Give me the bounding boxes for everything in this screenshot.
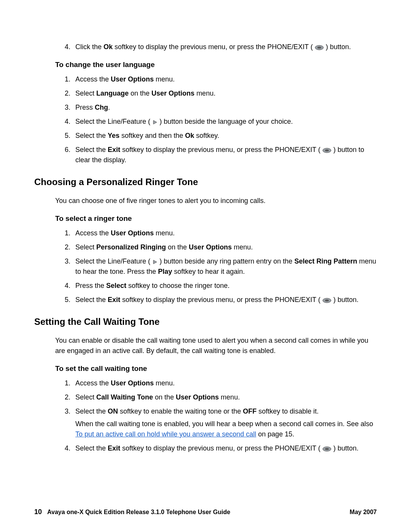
text-run: menu.: [219, 393, 240, 401]
list-item: Select the Line/Feature ( ) button besid…: [72, 256, 377, 277]
text-bold: Exit: [108, 296, 120, 304]
text-run: Access the: [75, 229, 111, 237]
phone-exit-icon: [315, 45, 324, 50]
heading-choosing-ringer-tone: Choosing a Personalized Ringer Tone: [34, 177, 377, 187]
text-run: menu.: [154, 379, 175, 387]
svg-marker-5: [153, 260, 157, 264]
text-run: Access the: [75, 75, 111, 83]
document-page: Click the Ok softkey to display the prev…: [0, 0, 411, 532]
text-run: .: [108, 104, 110, 111]
text-run: softkey to display the previous menu, or…: [120, 444, 320, 452]
text-run: menu.: [154, 75, 175, 83]
text-run: menu.: [194, 89, 215, 97]
text-run: softkey to disable it.: [256, 407, 319, 415]
text-run: softkey to display the previous menu, or…: [120, 296, 320, 304]
text-run: on page 15.: [256, 430, 294, 438]
list-item: Access the User Options menu.: [72, 228, 377, 238]
text-run: on the: [153, 393, 176, 401]
text-run: softkey.: [194, 132, 219, 139]
list-item: Press the Select softkey to choose the r…: [72, 281, 377, 291]
text-bold: ON: [108, 407, 118, 415]
paragraph: You can enable or disable the call waiti…: [55, 335, 377, 356]
text-run: When the call waiting tone is enabled, y…: [75, 420, 373, 428]
text-bold: User Options: [111, 75, 154, 83]
list-item: Select Personalized Ringing on the User …: [72, 242, 377, 252]
text-bold: User Options: [111, 379, 154, 387]
text-bold: Exit: [108, 146, 120, 153]
text-bold: Language: [96, 89, 129, 97]
text-run: ) button beside any ring pattern entry o…: [159, 257, 294, 265]
text-bold: Call Waiting Tone: [96, 393, 153, 401]
text-run: Select: [75, 243, 96, 251]
text-run: Select the Line/Feature (: [75, 257, 150, 265]
svg-point-4: [325, 150, 329, 152]
svg-marker-2: [153, 120, 157, 124]
text-bold: Ok: [104, 43, 113, 51]
list-item: Select the ON softkey to enable the wait…: [72, 406, 377, 439]
text-run: Select the: [75, 444, 108, 452]
subheading-select-ringer-tone: To select a ringer tone: [55, 214, 377, 223]
text-run: Select the: [75, 132, 108, 139]
text-run: ) button beside the language of your cho…: [159, 118, 293, 125]
svg-point-7: [325, 300, 329, 302]
list-item: Access the User Options menu.: [72, 74, 377, 85]
paragraph: You can choose one of five ringer tones …: [55, 196, 377, 206]
text-run: softkey to choose the ringer tone.: [126, 282, 229, 289]
subheading-set-call-waiting-tone: To set the call waiting tone: [55, 364, 377, 373]
text-run: Click the: [75, 43, 104, 51]
cross-reference-link[interactable]: To put an active call on hold while you …: [75, 430, 256, 438]
paragraph: When the call waiting tone is enabled, y…: [75, 419, 377, 439]
text-run: menu.: [232, 243, 253, 251]
page-footer: 10 Avaya one-X Quick Edition Release 3.1…: [34, 508, 377, 516]
text-run: Press the: [75, 282, 106, 289]
text-run: softkey to hear it again.: [172, 268, 245, 275]
text-bold: Ok: [185, 132, 194, 139]
text-bold: User Options: [151, 89, 194, 97]
heading-setting-call-waiting-tone: Setting the Call Waiting Tone: [34, 316, 377, 327]
text-run: ) button.: [326, 43, 351, 51]
text-run: ) button.: [333, 444, 358, 452]
text-bold: User Options: [189, 243, 232, 251]
text-run: ) button.: [333, 296, 358, 304]
text-bold: Yes: [108, 132, 119, 139]
phone-exit-icon: [322, 298, 331, 303]
text-run: softkey to enable the waiting tone or th…: [118, 407, 243, 415]
text-run: Press: [75, 104, 95, 111]
list-item: Select the Yes softkey and then the Ok s…: [72, 131, 377, 141]
phone-exit-icon: [322, 148, 331, 153]
page-number: 10: [34, 508, 42, 516]
text-bold: User Options: [111, 229, 154, 237]
text-bold: User Options: [176, 393, 219, 401]
text-run: Select: [75, 393, 96, 401]
footer-left: 10 Avaya one-X Quick Edition Release 3.1…: [34, 508, 230, 516]
text-run: softkey to display the previous menu, or…: [113, 43, 313, 51]
subheading-change-user-language: To change the user language: [55, 61, 377, 69]
list-item: Select Language on the User Options menu…: [72, 88, 377, 99]
list-item: Select the Line/Feature ( ) button besid…: [72, 117, 377, 127]
text-bold: Select Ring Pattern: [294, 257, 357, 265]
list-item: Press Chg.: [72, 102, 377, 113]
list-item: Click the Ok softkey to display the prev…: [72, 42, 377, 52]
text-bold: Personalized Ringing: [96, 243, 166, 251]
line-feature-icon: [152, 259, 158, 265]
list-item: Select Call Waiting Tone on the User Opt…: [72, 392, 377, 403]
text-run: Select the: [75, 146, 108, 153]
text-run: Select the: [75, 407, 108, 415]
text-run: Select the Line/Feature (: [75, 118, 150, 125]
line-feature-icon: [152, 120, 158, 125]
text-run: Access the: [75, 379, 111, 387]
list-item: Select the Exit softkey to display the p…: [72, 443, 377, 454]
step-list-callwait: Access the User Options menu. Select Cal…: [72, 378, 377, 454]
phone-exit-icon: [322, 446, 331, 452]
list-item: Select the Exit softkey to display the p…: [72, 295, 377, 305]
text-bold: Chg: [95, 104, 108, 111]
step-list-ringer: Access the User Options menu. Select Per…: [72, 228, 377, 305]
text-bold: Select: [106, 282, 126, 289]
footer-date: May 2007: [350, 509, 377, 516]
text-run: on the: [129, 89, 151, 97]
text-bold: OFF: [243, 407, 256, 415]
text-bold: Exit: [108, 444, 120, 452]
list-item: Select the Exit softkey to display the p…: [72, 145, 377, 165]
text-run: softkey and then the: [119, 132, 185, 139]
text-run: softkey to display the previous menu, or…: [120, 146, 320, 153]
